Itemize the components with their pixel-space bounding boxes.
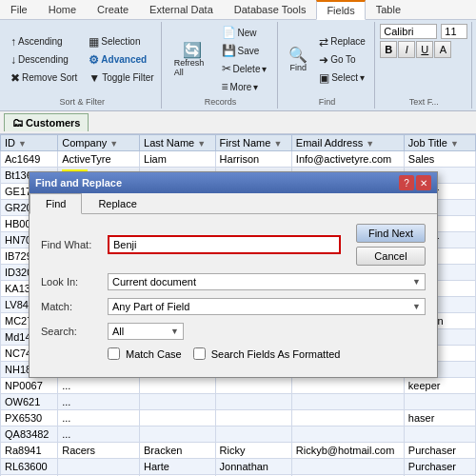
dialog-tab-replace[interactable]: Replace [82,193,152,213]
match-row: Match: Any Part of Field ▼ [41,298,426,315]
match-dropdown[interactable]: Any Part of Field ▼ [108,298,426,315]
match-case-checkbox[interactable] [108,347,120,360]
look-in-row: Look In: Current document ▼ [41,273,426,290]
search-dropdown[interactable]: All ▼ [108,323,184,340]
dialog-body: Find What: Find Next Cancel Look In: Cur… [30,214,437,377]
cancel-btn[interactable]: Cancel [356,247,426,266]
find-replace-dialog: Find and Replace ? ✕ Find Replace Find W… [29,171,438,378]
dialog-overlay: Find and Replace ? ✕ Find Replace Find W… [0,0,476,476]
look-in-label: Look In: [41,276,108,288]
search-arrow: ▼ [170,327,179,336]
find-what-label: Find What: [41,239,108,250]
find-what-input[interactable] [108,235,341,254]
dialog-titlebar: Find and Replace ? ✕ [30,172,437,193]
search-fields-checkbox[interactable] [193,347,206,360]
match-arrow: ▼ [412,302,421,311]
match-label: Match: [41,301,108,312]
dialog-close-btn[interactable]: ✕ [416,175,431,190]
search-fields-row: Search Fields As Formatted [193,347,341,360]
search-row: Search: All ▼ [41,323,426,340]
dialog-title: Find and Replace [35,177,122,188]
match-case-label: Match Case [126,348,182,360]
options-row: Match Case Search Fields As Formatted [41,347,426,360]
dialog-tabs: Find Replace [30,193,437,214]
dialog-help-btn[interactable]: ? [399,175,414,190]
search-label: Search: [41,326,108,337]
find-next-btn[interactable]: Find Next [356,224,426,243]
look-in-arrow: ▼ [412,277,421,287]
look-in-dropdown[interactable]: Current document ▼ [108,273,426,290]
search-fields-label: Search Fields As Formatted [211,348,341,360]
match-case-row: Match Case [108,347,182,360]
dialog-tab-find[interactable]: Find [30,193,82,214]
find-what-row: Find What: Find Next Cancel [41,224,426,266]
